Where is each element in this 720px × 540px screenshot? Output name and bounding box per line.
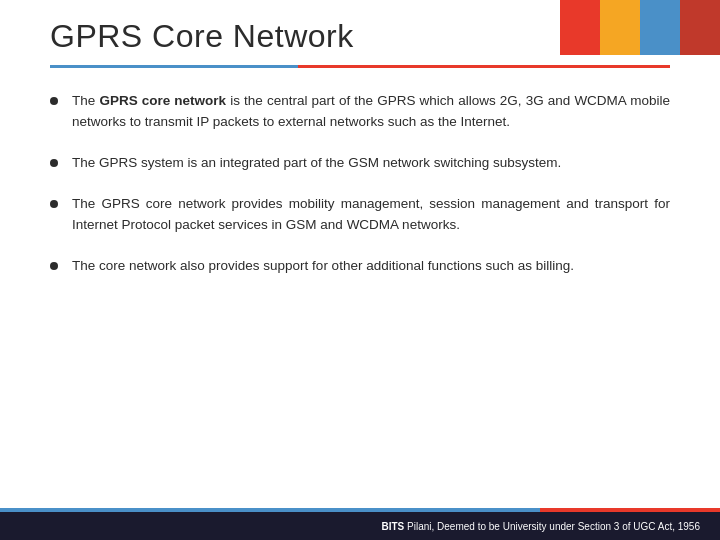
bullet-dot-4 <box>50 262 58 270</box>
bullet-item-3: The GPRS core network provides mobility … <box>50 194 670 236</box>
page-title: GPRS Core Network <box>50 18 670 55</box>
footer-bold: BITS <box>382 521 405 532</box>
header-area: GPRS Core Network <box>0 0 720 68</box>
bullet-text-4: The core network also provides support f… <box>72 256 574 277</box>
bullet-text-1: The GPRS core network is the central par… <box>72 91 670 133</box>
title-divider <box>50 65 670 68</box>
bullet-dot-1 <box>50 97 58 105</box>
bullet-text-3: The GPRS core network provides mobility … <box>72 194 670 236</box>
bullet-text-2: The GPRS system is an integrated part of… <box>72 153 561 174</box>
footer: BITS Pilani, Deemed to be University und… <box>0 512 720 540</box>
bullet-item-2: The GPRS system is an integrated part of… <box>50 153 670 174</box>
bold-gprs-core: GPRS core network <box>99 93 226 108</box>
bullet-dot-3 <box>50 200 58 208</box>
footer-description: Pilani, Deemed to be University under Se… <box>404 521 700 532</box>
bullet-item-1: The GPRS core network is the central par… <box>50 91 670 133</box>
bullet-dot-2 <box>50 159 58 167</box>
bullet-item-4: The core network also provides support f… <box>50 256 670 277</box>
footer-text: BITS Pilani, Deemed to be University und… <box>382 521 701 532</box>
content-area: The GPRS core network is the central par… <box>0 86 720 277</box>
